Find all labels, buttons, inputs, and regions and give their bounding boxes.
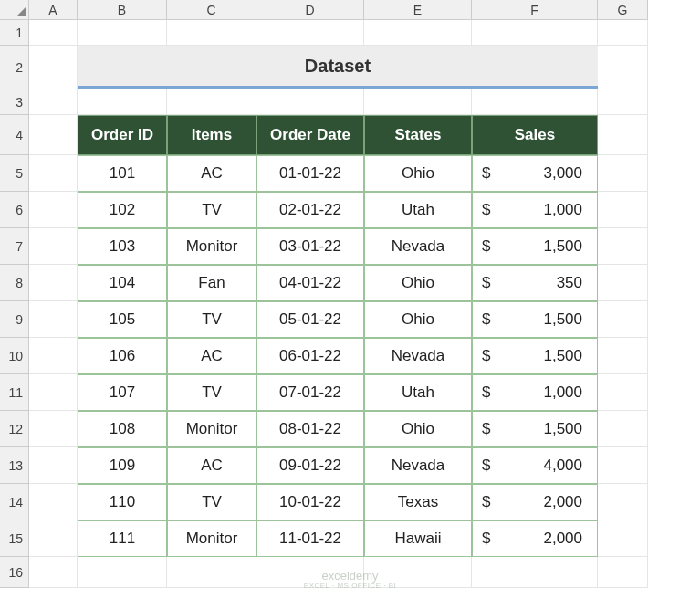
table-cell[interactable]: Nevada [364, 228, 472, 265]
row-header-2[interactable]: 2 [0, 46, 29, 89]
table-header[interactable]: Order ID [78, 115, 167, 155]
table-cell[interactable]: 08-01-22 [256, 411, 364, 447]
table-cell[interactable]: $1,500 [472, 301, 598, 338]
row-header-5[interactable]: 5 [0, 155, 29, 192]
table-cell[interactable]: $1,500 [472, 228, 598, 265]
empty-cell[interactable] [472, 89, 598, 115]
empty-cell[interactable] [598, 484, 648, 520]
table-cell[interactable]: Monitor [167, 520, 256, 557]
empty-cell[interactable] [256, 20, 364, 46]
select-all-corner[interactable] [0, 0, 29, 20]
table-cell[interactable]: TV [167, 301, 256, 338]
table-cell[interactable]: Nevada [364, 447, 472, 484]
table-cell[interactable]: Fan [167, 265, 256, 301]
table-cell[interactable]: Texas [364, 484, 472, 520]
table-cell[interactable]: Ohio [364, 301, 472, 338]
col-header-A[interactable]: A [29, 0, 78, 20]
table-cell[interactable]: 110 [78, 484, 167, 520]
row-header-10[interactable]: 10 [0, 338, 29, 374]
table-cell[interactable]: 109 [78, 447, 167, 484]
empty-cell[interactable] [598, 46, 648, 89]
empty-cell[interactable] [29, 557, 78, 588]
row-header-8[interactable]: 8 [0, 265, 29, 301]
table-cell[interactable]: 106 [78, 338, 167, 374]
table-cell[interactable]: Ohio [364, 155, 472, 192]
table-cell[interactable]: 01-01-22 [256, 155, 364, 192]
table-cell[interactable]: Ohio [364, 411, 472, 447]
table-cell[interactable]: 10-01-22 [256, 484, 364, 520]
empty-cell[interactable] [598, 115, 648, 155]
table-cell[interactable]: $4,000 [472, 447, 598, 484]
table-cell[interactable]: Ohio [364, 265, 472, 301]
table-cell[interactable]: $1,000 [472, 192, 598, 228]
empty-cell[interactable] [29, 301, 78, 338]
empty-cell[interactable] [598, 374, 648, 411]
col-header-B[interactable]: B [78, 0, 167, 20]
empty-cell[interactable] [167, 89, 256, 115]
table-cell[interactable]: $3,000 [472, 155, 598, 192]
table-cell[interactable]: 07-01-22 [256, 374, 364, 411]
empty-cell[interactable] [598, 338, 648, 374]
table-cell[interactable]: Utah [364, 192, 472, 228]
row-header-16[interactable]: 16 [0, 557, 29, 588]
table-cell[interactable]: 11-01-22 [256, 520, 364, 557]
row-header-14[interactable]: 14 [0, 484, 29, 520]
empty-cell[interactable] [598, 228, 648, 265]
table-cell[interactable]: $1,500 [472, 338, 598, 374]
table-cell[interactable]: 111 [78, 520, 167, 557]
row-header-6[interactable]: 6 [0, 192, 29, 228]
empty-cell[interactable] [29, 374, 78, 411]
row-header-7[interactable]: 7 [0, 228, 29, 265]
table-header[interactable]: Sales [472, 115, 598, 155]
empty-cell[interactable] [472, 557, 598, 588]
empty-cell[interactable] [29, 89, 78, 115]
table-cell[interactable]: TV [167, 484, 256, 520]
empty-cell[interactable] [598, 557, 648, 588]
table-cell[interactable]: $2,000 [472, 520, 598, 557]
empty-cell[interactable] [472, 20, 598, 46]
dataset-title[interactable]: Dataset [78, 46, 598, 89]
empty-cell[interactable] [29, 20, 78, 46]
table-header[interactable]: Order Date [256, 115, 364, 155]
col-header-C[interactable]: C [167, 0, 256, 20]
empty-cell[interactable] [598, 89, 648, 115]
table-cell[interactable]: 105 [78, 301, 167, 338]
table-cell[interactable]: 05-01-22 [256, 301, 364, 338]
empty-cell[interactable] [78, 557, 167, 588]
table-cell[interactable]: 02-01-22 [256, 192, 364, 228]
empty-cell[interactable] [167, 20, 256, 46]
table-cell[interactable]: $1,500 [472, 411, 598, 447]
empty-cell[interactable] [29, 338, 78, 374]
empty-cell[interactable] [29, 447, 78, 484]
table-cell[interactable]: Hawaii [364, 520, 472, 557]
table-cell[interactable]: 104 [78, 265, 167, 301]
table-cell[interactable]: 03-01-22 [256, 228, 364, 265]
table-cell[interactable]: TV [167, 374, 256, 411]
empty-cell[interactable] [29, 46, 78, 89]
empty-cell[interactable] [598, 520, 648, 557]
table-cell[interactable]: 102 [78, 192, 167, 228]
empty-cell[interactable] [29, 411, 78, 447]
table-cell[interactable]: $1,000 [472, 374, 598, 411]
table-cell[interactable]: Monitor [167, 228, 256, 265]
table-cell[interactable]: 101 [78, 155, 167, 192]
col-header-E[interactable]: E [364, 0, 472, 20]
empty-cell[interactable] [29, 484, 78, 520]
row-header-13[interactable]: 13 [0, 447, 29, 484]
table-cell[interactable]: Monitor [167, 411, 256, 447]
empty-cell[interactable] [364, 89, 472, 115]
empty-cell[interactable] [29, 115, 78, 155]
row-header-12[interactable]: 12 [0, 411, 29, 447]
empty-cell[interactable] [29, 228, 78, 265]
empty-cell[interactable] [364, 20, 472, 46]
table-header[interactable]: Items [167, 115, 256, 155]
table-cell[interactable]: AC [167, 155, 256, 192]
table-cell[interactable]: $2,000 [472, 484, 598, 520]
table-cell[interactable]: Nevada [364, 338, 472, 374]
table-cell[interactable]: Utah [364, 374, 472, 411]
empty-cell[interactable] [598, 411, 648, 447]
empty-cell[interactable] [78, 89, 167, 115]
empty-cell[interactable] [29, 520, 78, 557]
table-cell[interactable]: AC [167, 447, 256, 484]
col-header-D[interactable]: D [256, 0, 364, 20]
